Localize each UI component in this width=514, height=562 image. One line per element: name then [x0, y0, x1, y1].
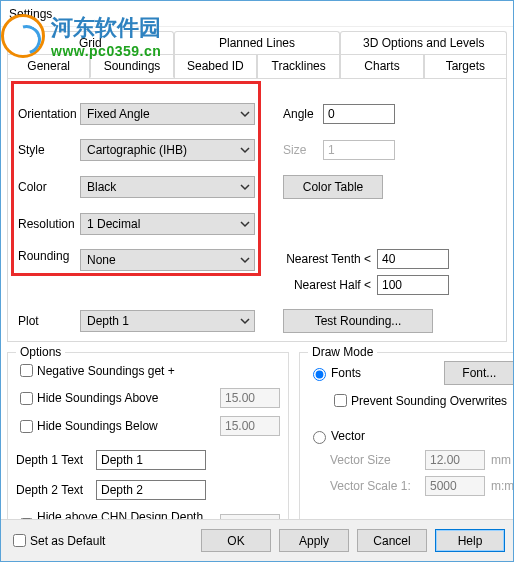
- vector-scale-input: [425, 476, 485, 496]
- style-value: Cartographic (IHB): [87, 143, 187, 157]
- set-default-label: Set as Default: [30, 534, 105, 548]
- resolution-select[interactable]: 1 Decimal: [80, 213, 255, 235]
- hide-above-label: Hide Soundings Above: [37, 391, 220, 405]
- rounding-label: Rounding: [18, 249, 80, 263]
- tab-soundings[interactable]: Soundings: [90, 54, 173, 78]
- vector-scale-label: Vector Scale 1:: [330, 479, 425, 493]
- prevent-overwrites-label: Prevent Sounding Overwrites: [351, 394, 507, 408]
- vector-radio[interactable]: [313, 431, 326, 444]
- window-title: Settings: [1, 1, 513, 27]
- chevron-down-icon: [240, 219, 250, 229]
- depth2-label: Depth 2 Text: [16, 483, 96, 497]
- depth1-label: Depth 1 Text: [16, 453, 96, 467]
- orientation-value: Fixed Angle: [87, 107, 150, 121]
- tabs: Grid Planned Lines 3D Options and Levels…: [7, 31, 507, 78]
- hide-above-input[interactable]: [220, 388, 280, 408]
- fonts-radio[interactable]: [313, 368, 326, 381]
- color-select[interactable]: Black: [80, 176, 255, 198]
- tab-general[interactable]: General: [7, 54, 90, 78]
- hide-above-checkbox[interactable]: [20, 392, 33, 405]
- help-button[interactable]: Help: [435, 529, 505, 552]
- options-legend: Options: [16, 345, 65, 359]
- vector-size-input: [425, 450, 485, 470]
- nearest-tenth-input[interactable]: [377, 249, 449, 269]
- tab-charts[interactable]: Charts: [340, 54, 423, 78]
- chevron-down-icon: [240, 255, 250, 265]
- rounding-select[interactable]: None: [80, 249, 255, 271]
- tab-targets[interactable]: Targets: [424, 54, 507, 78]
- prevent-overwrites-checkbox[interactable]: [334, 394, 347, 407]
- angle-input[interactable]: [323, 104, 395, 124]
- tab-3d-options[interactable]: 3D Options and Levels: [340, 31, 507, 54]
- draw-mode-legend: Draw Mode: [308, 345, 377, 359]
- plot-value: Depth 1: [87, 314, 129, 328]
- apply-button[interactable]: Apply: [279, 529, 349, 552]
- tab-planned-lines[interactable]: Planned Lines: [174, 31, 341, 54]
- fonts-radio-label: Fonts: [331, 366, 444, 380]
- depth2-input[interactable]: [96, 480, 206, 500]
- orientation-select[interactable]: Fixed Angle: [80, 103, 255, 125]
- resolution-label: Resolution: [18, 217, 80, 231]
- test-rounding-button[interactable]: Test Rounding...: [283, 309, 433, 333]
- resolution-value: 1 Decimal: [87, 217, 140, 231]
- ok-button[interactable]: OK: [201, 529, 271, 552]
- vector-size-unit: mm: [491, 453, 511, 467]
- vector-scale-unit: m:m: [491, 479, 514, 493]
- negative-soundings-checkbox[interactable]: [20, 364, 33, 377]
- plot-select[interactable]: Depth 1: [80, 310, 255, 332]
- tab-grid[interactable]: Grid: [7, 31, 174, 54]
- chevron-down-icon: [240, 145, 250, 155]
- angle-label: Angle: [283, 107, 323, 121]
- nearest-half-input[interactable]: [377, 275, 449, 295]
- style-label: Style: [18, 143, 80, 157]
- hide-below-checkbox[interactable]: [20, 420, 33, 433]
- chevron-down-icon: [240, 182, 250, 192]
- plot-label: Plot: [18, 314, 80, 328]
- style-select[interactable]: Cartographic (IHB): [80, 139, 255, 161]
- depth1-input[interactable]: [96, 450, 206, 470]
- size-label: Size: [283, 143, 323, 157]
- color-label: Color: [18, 180, 80, 194]
- vector-radio-label: Vector: [331, 429, 365, 443]
- font-button[interactable]: Font...: [444, 361, 514, 385]
- set-default-checkbox[interactable]: [13, 534, 26, 547]
- nearest-half-label: Nearest Half <: [271, 278, 371, 292]
- rounding-value: None: [87, 253, 116, 267]
- orientation-label: Orientation: [18, 107, 80, 121]
- cancel-button[interactable]: Cancel: [357, 529, 427, 552]
- size-input: [323, 140, 395, 160]
- color-table-button[interactable]: Color Table: [283, 175, 383, 199]
- hide-below-label: Hide Soundings Below: [37, 419, 220, 433]
- tab-seabed-id[interactable]: Seabed ID: [174, 54, 257, 78]
- hide-below-input[interactable]: [220, 416, 280, 436]
- dialog-footer: Set as Default OK Apply Cancel Help: [1, 519, 513, 561]
- tab-tracklines[interactable]: Tracklines: [257, 54, 340, 78]
- chevron-down-icon: [240, 109, 250, 119]
- chevron-down-icon: [240, 316, 250, 326]
- vector-size-label: Vector Size: [330, 453, 425, 467]
- color-value: Black: [87, 180, 116, 194]
- negative-soundings-label: Negative Soundings get +: [37, 364, 280, 378]
- nearest-tenth-label: Nearest Tenth <: [271, 252, 371, 266]
